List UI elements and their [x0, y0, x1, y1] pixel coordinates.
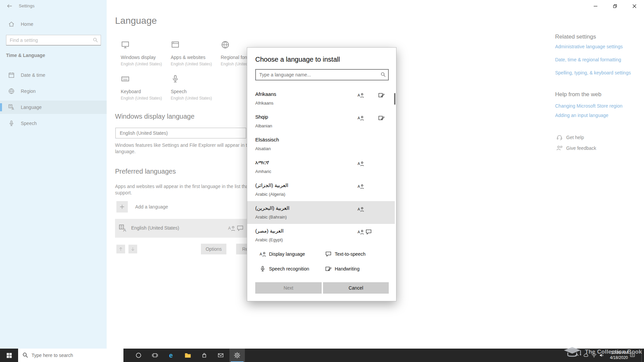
- microphone-icon: [171, 74, 218, 83]
- search-icon: [22, 352, 29, 358]
- language-row-arabic-algeria[interactable]: العربية (الجزائر) Arabic (Algeria) A: [247, 178, 395, 201]
- svg-text:e: e: [169, 352, 173, 359]
- link-date-time-regional-formatting[interactable]: Date, time & regional formatting: [555, 57, 621, 62]
- tile-apps-websites: Apps & websites English (United States): [171, 40, 218, 66]
- language-native-name: አማርኛ: [255, 160, 269, 166]
- display-language-dropdown[interactable]: English (United States): [115, 128, 246, 138]
- link-adding-input-language[interactable]: Adding an input language: [555, 113, 608, 118]
- display-language-icon: A: [357, 183, 364, 190]
- language-english-name: Arabic (Algeria): [255, 192, 285, 197]
- svg-text:A: A: [358, 162, 360, 166]
- language-native-name: العربية (الجزائر): [255, 182, 288, 188]
- svg-text:A: A: [358, 116, 360, 120]
- edge-icon: e: [167, 351, 176, 360]
- link-changing-store-region[interactable]: Changing Microsoft Store region: [555, 103, 623, 109]
- sidebar-item-home[interactable]: Home: [0, 17, 107, 31]
- settings-window: Settings Home Time & Language Date & tim…: [0, 0, 644, 362]
- sidebar-item-date-time[interactable]: Date & time: [0, 68, 107, 82]
- close-button[interactable]: [625, 0, 644, 12]
- language-row-arabic-bahrain[interactable]: العربية (البحرين) Arabic (Bahrain) A: [247, 201, 395, 224]
- taskbar-search: [18, 349, 123, 362]
- language-english-name: Amharic: [255, 169, 271, 174]
- dialog-scrollbar-thumb[interactable]: [394, 93, 395, 105]
- start-button[interactable]: [0, 349, 18, 362]
- move-up-button[interactable]: [116, 245, 125, 253]
- tile-label: Apps & websites: [171, 55, 218, 60]
- legend-speech-recognition: Speech recognition: [259, 265, 309, 272]
- text-to-speech-icon: [236, 225, 244, 232]
- language-english-name: Alsatian: [255, 146, 271, 151]
- sidebar-section-label: Time & Language: [6, 53, 45, 58]
- language-native-name: العربية (مصر): [255, 228, 283, 234]
- svg-text:A: A: [358, 207, 360, 211]
- language-native-name: العربية (البحرين): [255, 205, 289, 211]
- move-down-button[interactable]: [128, 245, 137, 253]
- restore-icon: [613, 4, 617, 8]
- folder-icon: [184, 352, 192, 359]
- tile-label: Windows display: [121, 55, 168, 60]
- display-language-value: English (United States): [120, 130, 168, 136]
- svg-text:A: A: [12, 107, 14, 111]
- tile-keyboard: Keyboard English (United States): [121, 74, 168, 101]
- gear-icon: [234, 352, 240, 359]
- taskbar-search-input[interactable]: [18, 349, 123, 362]
- display-language-icon: A: [357, 115, 364, 121]
- tile-value: English (United States): [171, 96, 218, 101]
- display-language-description: Windows features like Settings and File …: [115, 142, 263, 155]
- dialog-search: [255, 69, 389, 80]
- legend-handwriting: Handwriting: [325, 265, 360, 272]
- tile-value: English (United States): [121, 96, 168, 101]
- legend-display-language: A Display language: [259, 251, 305, 257]
- store-button[interactable]: [197, 349, 212, 362]
- language-native-name: Elsässisch: [255, 137, 279, 142]
- dialog-search-input[interactable]: [255, 69, 389, 80]
- sidebar-item-language[interactable]: A Language: [0, 101, 107, 114]
- handwriting-icon: [325, 265, 332, 272]
- help-from-web-heading: Help from the web: [555, 91, 601, 98]
- file-explorer-button[interactable]: [180, 349, 196, 362]
- cortana-icon: [135, 352, 142, 359]
- back-button[interactable]: [3, 1, 15, 11]
- options-button[interactable]: Options: [201, 244, 226, 254]
- tile-label: Keyboard: [121, 89, 168, 94]
- language-native-name: Afrikaans: [255, 91, 276, 97]
- link-administrative-language-settings[interactable]: Administrative language settings: [555, 44, 623, 49]
- task-view-button[interactable]: [147, 349, 163, 362]
- language-row-albanian[interactable]: Shqip Albanian A: [247, 110, 395, 133]
- add-language-label: Add a language: [135, 204, 168, 209]
- microphone-icon: [259, 265, 266, 272]
- sidebar-item-region[interactable]: Region: [0, 84, 107, 98]
- language-icon: A: [8, 104, 15, 111]
- language-row-alsatian[interactable]: Elsässisch Alsatian: [247, 133, 395, 156]
- language-row-afrikaans[interactable]: Afrikaans Afrikaans A: [247, 87, 395, 110]
- next-button[interactable]: Next: [255, 282, 322, 294]
- cancel-button[interactable]: Cancel: [323, 282, 389, 294]
- sidebar-item-label: Region: [21, 88, 36, 94]
- language-native-name: Shqip: [255, 114, 268, 120]
- svg-text:A: A: [358, 184, 360, 188]
- minimize-button[interactable]: [586, 0, 605, 12]
- language-english-name: Arabic (Bahrain): [255, 215, 287, 220]
- add-language-button[interactable]: Add a language: [116, 201, 168, 213]
- sidebar-search-input[interactable]: [6, 35, 101, 46]
- preferred-language-label: English (United States): [131, 225, 179, 231]
- keyboard-icon: [121, 74, 168, 83]
- mail-button[interactable]: [213, 349, 228, 362]
- watermark: The Collection Book: [563, 345, 642, 359]
- give-feedback-link[interactable]: Give feedback: [556, 145, 596, 152]
- edge-button[interactable]: e: [164, 349, 179, 362]
- restore-button[interactable]: [605, 0, 625, 12]
- language-row-arabic-egypt[interactable]: العربية (مصر) Arabic (Egypt) A: [247, 224, 395, 247]
- language-row-amharic[interactable]: አማርኛ Amharic A: [247, 156, 395, 178]
- caption-buttons: [586, 0, 644, 12]
- windows-logo-icon: [6, 353, 12, 358]
- microphone-icon: [8, 120, 15, 127]
- link-spelling-typing-keyboard[interactable]: Spelling, typing, & keyboard settings: [555, 70, 631, 75]
- cortana-button[interactable]: [131, 349, 146, 362]
- settings-taskbar-button[interactable]: [229, 349, 245, 362]
- graduation-cap-icon: [563, 345, 582, 359]
- sidebar-item-speech[interactable]: Speech: [0, 117, 107, 130]
- feedback-icon: [556, 145, 563, 152]
- get-help-link[interactable]: Get help: [556, 134, 584, 141]
- display-language-icon: A: [357, 206, 364, 213]
